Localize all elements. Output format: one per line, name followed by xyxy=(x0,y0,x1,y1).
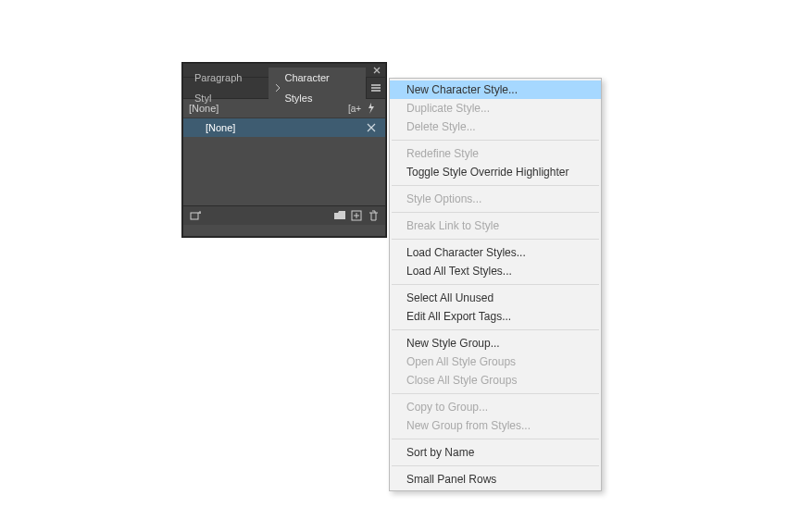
menu-separator xyxy=(392,465,599,466)
menu-redefine-style: Redefine Style xyxy=(390,144,601,163)
menu-separator xyxy=(392,439,599,439)
menu-break-link: Break Link to Style xyxy=(390,217,601,235)
menu-duplicate-style: Duplicate Style... xyxy=(390,99,601,118)
header-style-label: [None] xyxy=(189,103,346,114)
character-styles-panel: Paragraph Styl Character Styles [None] [… xyxy=(182,63,386,237)
menu-load-all-text-styles[interactable]: Load All Text Styles... xyxy=(390,262,601,280)
svg-rect-1 xyxy=(191,213,198,219)
style-list: [None] xyxy=(183,118,385,205)
menu-open-all-groups: Open All Style Groups xyxy=(390,353,601,371)
style-row-none[interactable]: [None] xyxy=(183,118,385,137)
menu-separator xyxy=(392,329,599,330)
menu-load-character-styles[interactable]: Load Character Styles... xyxy=(390,243,601,262)
menu-separator xyxy=(392,393,599,394)
menu-separator xyxy=(392,212,599,213)
menu-delete-style: Delete Style... xyxy=(390,118,601,136)
delete-style-icon[interactable] xyxy=(365,207,381,224)
menu-small-panel-rows[interactable]: Small Panel Rows xyxy=(390,470,601,489)
style-group-folder-icon[interactable] xyxy=(331,207,348,224)
panel-flyout-menu: New Character Style... Duplicate Style..… xyxy=(389,78,602,491)
menu-new-character-style[interactable]: New Character Style... xyxy=(390,80,601,99)
menu-separator xyxy=(392,284,599,285)
menu-edit-export-tags[interactable]: Edit All Export Tags... xyxy=(390,307,601,326)
menu-toggle-override[interactable]: Toggle Style Override Highlighter xyxy=(390,163,601,181)
close-icon[interactable] xyxy=(372,66,381,75)
menu-separator xyxy=(392,185,599,186)
locked-options-icon[interactable] xyxy=(363,119,380,136)
menu-new-group-from-styles: New Group from Styles... xyxy=(390,416,601,435)
panel-footer xyxy=(183,205,385,225)
quick-apply-icon[interactable] xyxy=(363,100,380,117)
panel-menu-button[interactable] xyxy=(366,78,385,98)
override-clear-icon[interactable]: [a+] xyxy=(346,100,363,117)
panel-tab-bar: Paragraph Styl Character Styles xyxy=(183,77,385,99)
menu-sort-by-name[interactable]: Sort by Name xyxy=(390,443,601,462)
panel-header-row: [None] [a+] xyxy=(183,99,385,118)
menu-select-all-unused[interactable]: Select All Unused xyxy=(390,289,601,307)
style-name: [None] xyxy=(206,122,235,133)
menu-style-options: Style Options... xyxy=(390,190,601,208)
tab-chevron-icon xyxy=(276,84,281,92)
menu-copy-to-group: Copy to Group... xyxy=(390,398,601,416)
menu-new-style-group[interactable]: New Style Group... xyxy=(390,334,601,353)
svg-text:[a+]: [a+] xyxy=(348,104,361,114)
new-style-icon[interactable] xyxy=(348,207,365,224)
menu-separator xyxy=(392,239,599,240)
menu-separator xyxy=(392,140,599,141)
menu-close-all-groups: Close All Style Groups xyxy=(390,371,601,390)
add-to-cc-icon[interactable] xyxy=(187,207,204,224)
